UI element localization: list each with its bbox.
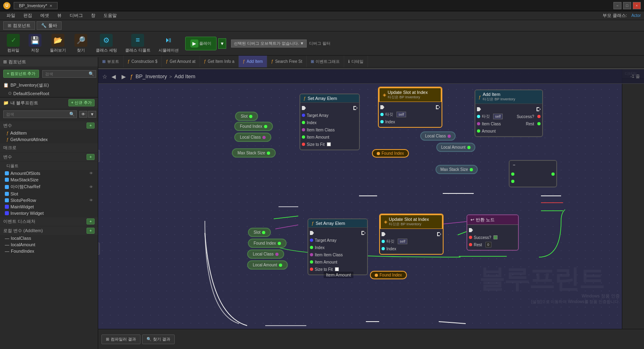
var-node-local-amount-2[interactable]: Local Amount — [247, 260, 288, 270]
local-amount-out-node[interactable]: Local Amount — [436, 143, 475, 152]
tab-get-item-info[interactable]: ƒ Get Item Info a — [200, 56, 239, 67]
max-stack-out-node[interactable]: Max Stack Size — [436, 165, 478, 174]
var-node-slot-1[interactable]: Slot — [235, 112, 258, 121]
menu-debug[interactable]: 디버그 — [66, 12, 86, 19]
found-index-out-1 — [264, 125, 267, 128]
size-checkbox-2[interactable] — [335, 267, 339, 271]
menu-edit[interactable]: 편집 — [20, 12, 35, 19]
play-label: 플레이 — [199, 41, 211, 46]
play-button[interactable]: ▶ 플레이 — [185, 37, 217, 50]
menu-window[interactable]: 창 — [88, 12, 99, 19]
class-defaults-button[interactable]: ≡ 클래스 디폴트 — [122, 32, 154, 55]
minimize-button[interactable]: − — [613, 2, 621, 9]
var-slot[interactable]: Slot — [0, 191, 98, 197]
found-index-out-node-2[interactable]: Found Index — [370, 271, 407, 279]
var-slots-per-row[interactable]: SlotsPerRow 👁 — [0, 197, 98, 204]
blueprints-search-input[interactable] — [4, 111, 68, 117]
tab-search-free[interactable]: ƒ Search Free St — [267, 56, 307, 67]
default-scene-root[interactable]: ⊙ DefaultSceneRoot — [0, 89, 98, 97]
close-button[interactable]: × — [633, 2, 641, 9]
play-dropdown-icon[interactable]: ▼ — [218, 38, 227, 49]
save-button[interactable]: 💾 저장 — [25, 32, 45, 55]
node-return[interactable]: ↩ 반환 노드 Success? Rest0 — [466, 214, 519, 251]
local-var-local-amount[interactable]: — localAmount — [0, 241, 98, 248]
tab-event-graph[interactable]: ⊞ 이벤트그래프 — [307, 56, 344, 67]
add-event-button[interactable]: + — [87, 218, 95, 224]
tab-get-amount[interactable]: ƒ Get Amount at — [162, 56, 200, 67]
left-collapse-2[interactable]: ▶ — [98, 243, 100, 255]
menu-help[interactable]: 도움말 — [100, 12, 120, 19]
find-button[interactable]: 🔎 찾기 — [71, 32, 91, 55]
bp-inventory-self[interactable]: 📋 BP_Inventory(셀프) — [0, 81, 98, 89]
size-checkbox[interactable] — [327, 142, 331, 146]
var-node-local-class-2[interactable]: Local Class — [247, 249, 284, 259]
var-dot-1 — [5, 171, 9, 175]
search-results-tab[interactable]: 🔍 찾기 결과 — [142, 334, 175, 344]
return-exec — [467, 226, 518, 234]
tab-add-item[interactable]: ƒ Add Item — [239, 56, 267, 67]
back-button[interactable]: ◀ — [110, 73, 118, 80]
parent-class-link[interactable]: Actor — [632, 13, 641, 18]
slot-out-dot-1 — [249, 115, 252, 118]
var-eye-1[interactable]: 👁 — [89, 171, 93, 175]
options-button[interactable]: ▼ — [88, 111, 96, 118]
var-inventory-widget[interactable]: Inventory Widget — [0, 210, 98, 216]
node-update-slot-1[interactable]: ◈ Update Slot at Index 타깃은 BP Inventory … — [378, 87, 442, 128]
tab-viewport[interactable]: ⊞ 뷰포트 — [98, 56, 124, 67]
var-max-stack-size[interactable]: MaxStackSize — [0, 177, 98, 183]
var-amount-of-slots[interactable]: AmountOfSlots 👁 — [0, 170, 98, 177]
return-success-dot — [469, 236, 472, 239]
var-node-max-stack-1[interactable]: Max Stack Size — [232, 148, 276, 158]
node-math[interactable]: − — [509, 160, 557, 187]
node-set-array-2[interactable]: ƒ Set Array Elem Target Array Index Item… — [308, 218, 368, 275]
forward-button[interactable]: ▶ — [120, 73, 128, 80]
func-add-item[interactable]: ƒ AddItem — [0, 130, 98, 136]
pin-index-1: Index — [300, 119, 359, 126]
eye-button[interactable]: 👁 — [79, 111, 87, 118]
var-node-found-index-1[interactable]: Found Index — [234, 122, 273, 131]
tab-detail[interactable]: ℹ 디테일 — [344, 56, 368, 67]
add-variable-button[interactable]: + — [87, 154, 95, 160]
local-class-out-node[interactable]: Local Class — [420, 131, 456, 141]
canvas-area[interactable]: ☆ ◀ ▶ ƒ BP_Inventory > Add Item -1 줄 — [98, 69, 644, 329]
browse-button[interactable]: 📂 둘러보기 — [47, 32, 69, 55]
var-main-widget[interactable]: MainWidget — [0, 204, 98, 210]
node-update-slot-2[interactable]: ◈ Update Slot at Index 타깃은 BP Inventory … — [379, 214, 444, 255]
local-var-local-class[interactable]: — localClass — [0, 235, 98, 241]
class-settings-button[interactable]: ⚙ 클래스 세팅 — [93, 32, 120, 55]
tab-construction[interactable]: ƒ Construction $ — [124, 56, 162, 67]
node-set-array-1[interactable]: ƒ Set Array Elem Target Array Index Item… — [299, 93, 360, 150]
left-collapse-1[interactable]: ▶ — [98, 150, 100, 162]
simulate-button[interactable]: ⏯ 시뮬레이션 — [155, 32, 182, 55]
compiler-results-tab[interactable]: ⊞ 컴파일러 결과 — [101, 334, 140, 344]
compile-button[interactable]: ✓ 컴파일 — [3, 32, 23, 55]
menu-file[interactable]: 파일 — [3, 12, 19, 19]
add-component-button[interactable]: + 컴포넌트 추가 — [3, 70, 39, 78]
tab-close[interactable]: × — [50, 3, 52, 8]
var-node-slot-2[interactable]: Slot — [248, 228, 271, 237]
add-local-var-button[interactable]: + — [87, 228, 95, 234]
var-node-local-class-1[interactable]: Local Class — [234, 133, 271, 142]
menu-view[interactable]: 뷰 — [54, 12, 65, 19]
var-node-found-index-2[interactable]: Found Index — [248, 239, 287, 248]
bookmark-icon[interactable]: ☆ — [102, 73, 107, 80]
var-eye-5[interactable]: 👁 — [89, 198, 93, 202]
return-rest-label: Rest — [474, 243, 482, 247]
function-symbol: ƒ — [130, 73, 133, 80]
local-var-found-index[interactable]: — FoundIndex — [0, 248, 98, 254]
func-get-amount[interactable]: ƒ GetAmountAtIndex — [0, 136, 98, 143]
node-add-item[interactable]: ƒ Add Item 타깃은 BP Inventory 타깃self Succe… — [475, 89, 543, 137]
var-item-char-ref[interactable]: 아이템CharRef 👁 — [0, 183, 98, 191]
return-success-cb[interactable] — [493, 235, 497, 239]
success-dot — [537, 115, 541, 118]
title-tab[interactable]: BP_Inventory* × — [14, 2, 58, 9]
var-eye-3[interactable]: 👁 — [89, 185, 93, 189]
blueprint-icon: 📋 — [3, 83, 9, 88]
component-search-input[interactable] — [43, 71, 87, 77]
maximize-button[interactable]: □ — [623, 2, 631, 9]
add-function-button[interactable]: + — [87, 123, 95, 129]
found-index-out-node-1[interactable]: Found Index — [372, 149, 409, 158]
debug-object-select[interactable]: 선택된 디버그 오브젝트가 없습니다. ▼ — [231, 39, 307, 48]
add-new-button[interactable]: + 신규 추가 — [68, 99, 95, 106]
menu-asset[interactable]: 에셋 — [37, 12, 52, 19]
